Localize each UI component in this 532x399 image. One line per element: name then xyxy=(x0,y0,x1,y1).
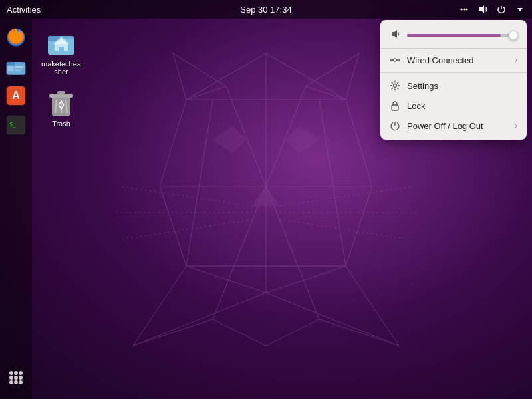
svg-line-22 xyxy=(266,293,399,346)
wired-connected-item[interactable]: Wired Connected › xyxy=(380,50,527,70)
power-arrow-icon: › xyxy=(515,121,517,130)
settings-icon xyxy=(390,80,400,91)
datetime-display[interactable]: Sep 30 17:34 xyxy=(240,5,291,15)
svg-marker-8 xyxy=(213,126,246,153)
home-icon-label: maketecheasher xyxy=(40,60,82,76)
svg-point-49 xyxy=(14,376,18,380)
desktop: Activities Sep 30 17:34 xyxy=(0,0,532,399)
sidebar-item-files[interactable] xyxy=(3,53,29,80)
network-icon[interactable] xyxy=(458,3,471,16)
svg-rect-37 xyxy=(7,62,15,65)
volume-slider-thumb xyxy=(509,31,518,40)
volume-icon xyxy=(390,28,402,43)
sidebar-item-software[interactable]: A xyxy=(3,82,29,109)
power-icon[interactable] xyxy=(495,3,508,16)
svg-line-15 xyxy=(279,219,409,239)
desktop-icon-home[interactable]: maketecheasher xyxy=(37,24,85,78)
volume-slider-fill xyxy=(407,34,501,37)
svg-line-21 xyxy=(133,293,266,346)
svg-point-51 xyxy=(9,380,13,384)
svg-rect-38 xyxy=(8,66,14,71)
svg-point-46 xyxy=(14,371,18,375)
desktop-icons-area: maketecheasher xyxy=(37,24,85,130)
svg-point-68 xyxy=(391,59,393,61)
svg-line-10 xyxy=(120,186,253,206)
svg-point-48 xyxy=(9,376,13,380)
sidebar-item-terminal[interactable]: $_ xyxy=(3,112,29,138)
svg-marker-31 xyxy=(517,8,523,11)
svg-marker-66 xyxy=(392,30,397,38)
svg-marker-7 xyxy=(253,186,279,206)
sidebar: A $_ xyxy=(0,19,32,399)
quick-settings-panel: Wired Connected › Settings xyxy=(380,20,527,140)
activities-button[interactable]: Activities xyxy=(7,5,41,15)
svg-marker-30 xyxy=(479,5,484,13)
sidebar-item-firefox[interactable] xyxy=(3,24,29,51)
svg-point-72 xyxy=(394,84,397,88)
wired-arrow-icon: › xyxy=(515,55,517,65)
svg-marker-9 xyxy=(286,126,319,153)
svg-line-12 xyxy=(123,219,253,239)
svg-point-25 xyxy=(464,9,466,11)
volume-slider[interactable] xyxy=(407,34,517,37)
power-item[interactable]: Power Off / Log Out › xyxy=(380,116,527,136)
svg-rect-39 xyxy=(15,66,23,68)
panel-settings-section: Settings Lock xyxy=(380,74,527,137)
svg-point-45 xyxy=(9,371,13,375)
svg-line-24 xyxy=(266,186,319,319)
svg-point-69 xyxy=(398,59,400,61)
topbar-indicators xyxy=(458,3,532,16)
lock-label: Lock xyxy=(407,101,517,111)
power-label: Power Off / Log Out xyxy=(407,121,508,131)
svg-point-52 xyxy=(14,380,18,384)
settings-label: Settings xyxy=(407,81,517,91)
panel-divider-1 xyxy=(380,72,527,73)
svg-point-26 xyxy=(461,9,463,11)
volume-topbar-icon[interactable] xyxy=(476,3,489,16)
svg-point-50 xyxy=(19,376,23,380)
topbar: Activities Sep 30 17:34 xyxy=(0,0,532,19)
lock-icon xyxy=(390,100,400,111)
svg-rect-40 xyxy=(15,69,21,71)
desktop-icon-trash[interactable]: Trash xyxy=(37,84,85,130)
svg-marker-2 xyxy=(306,53,359,100)
svg-text:$_: $_ xyxy=(9,122,16,128)
svg-rect-73 xyxy=(392,105,398,110)
svg-point-53 xyxy=(19,380,23,384)
trash-icon-label: Trash xyxy=(52,120,70,128)
svg-marker-1 xyxy=(173,53,226,100)
trash-folder-icon xyxy=(45,86,77,118)
power-panel-icon xyxy=(390,120,400,131)
settings-item[interactable]: Settings xyxy=(380,76,527,96)
show-applications-button[interactable] xyxy=(3,364,29,391)
svg-line-18 xyxy=(319,100,346,266)
volume-section xyxy=(380,20,527,49)
lock-item[interactable]: Lock xyxy=(380,96,527,116)
svg-point-67 xyxy=(394,59,396,61)
svg-text:A: A xyxy=(12,90,20,101)
panel-network-section: Wired Connected › xyxy=(380,49,527,71)
svg-line-13 xyxy=(279,186,412,206)
svg-line-17 xyxy=(186,100,213,266)
svg-point-27 xyxy=(466,9,468,11)
topbar-dropdown-arrow[interactable] xyxy=(513,3,527,16)
svg-point-47 xyxy=(19,371,23,375)
svg-rect-62 xyxy=(57,91,65,94)
wired-connected-label: Wired Connected xyxy=(407,55,508,65)
network-panel-icon xyxy=(390,55,400,65)
svg-line-23 xyxy=(213,186,266,319)
home-folder-icon xyxy=(45,27,77,59)
